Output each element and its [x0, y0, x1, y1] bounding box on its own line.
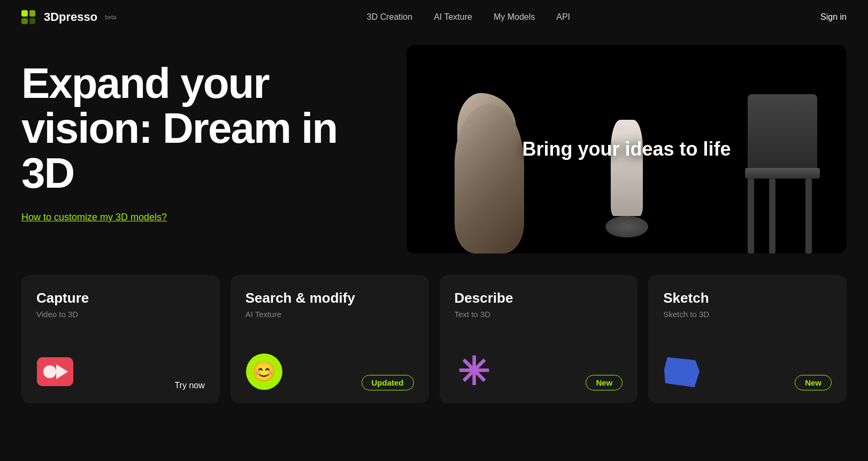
nav-my-models[interactable]: My Models [494, 12, 535, 22]
sketch-svg [663, 355, 701, 389]
card-search-subtitle: AI Texture [245, 310, 414, 319]
card-describe-title: Describe [455, 290, 623, 306]
cards-section: Capture Video to 3D Try now Search & mod… [0, 270, 868, 425]
camera-icon [36, 353, 74, 390]
describe-new-badge: New [586, 375, 623, 390]
nav-ai-texture[interactable]: AI Texture [434, 12, 472, 22]
nav-links: 3D Creation AI Texture My Models API [367, 12, 570, 22]
bust-body [455, 104, 524, 253]
asterisk-shape: ✳ [455, 352, 492, 391]
hero-section: Expand your vision: Dream in 3D How to c… [0, 34, 868, 270]
card-sketch-header: Sketch Sketch to 3D [663, 290, 832, 319]
card-search-header: Search & modify AI Texture [245, 290, 414, 319]
chair-leg-3 [805, 179, 812, 253]
brand-name: 3Dpresso [44, 10, 97, 24]
signin-button[interactable]: Sign in [820, 12, 847, 22]
logo-icon [21, 10, 35, 24]
chair-leg-2 [769, 179, 775, 253]
hero-title: Expand your vision: Dream in 3D [21, 61, 385, 196]
chair-seat [745, 168, 820, 179]
card-sketch-subtitle: Sketch to 3D [663, 310, 832, 319]
chair-leg-1 [748, 179, 754, 253]
card-describe-header: Describe Text to 3D [455, 290, 623, 319]
asterisk-icon: ✳ [455, 353, 492, 390]
card-capture-bottom: Try now [36, 353, 205, 390]
card-capture-header: Capture Video to 3D [36, 290, 205, 319]
card-sketch-title: Sketch [663, 290, 832, 306]
card-sketch-bottom: New [663, 353, 832, 390]
card-capture-title: Capture [36, 290, 205, 306]
statue-body [611, 120, 643, 216]
smiley-icon: 😊 [245, 353, 283, 390]
card-describe-bottom: ✳ New [455, 353, 623, 390]
card-capture-subtitle: Video to 3D [36, 310, 205, 319]
card-capture-action[interactable]: Try now [174, 381, 204, 390]
camera-shape [37, 357, 73, 386]
navbar: 3Dpresso beta 3D Creation AI Texture My … [0, 0, 868, 34]
card-sketch: Sketch Sketch to 3D New [648, 275, 847, 403]
statue-base [605, 216, 648, 237]
svg-marker-0 [664, 357, 700, 387]
nav-api[interactable]: API [556, 12, 570, 22]
hero-left: Expand your vision: Dream in 3D How to c… [21, 45, 385, 223]
card-capture: Capture Video to 3D Try now [21, 275, 220, 403]
chair-back [748, 94, 817, 169]
card-describe: Describe Text to 3D ✳ New [440, 275, 638, 403]
card-search-bottom: 😊 Updated [245, 353, 414, 390]
sketch-icon [663, 353, 701, 390]
logo-area[interactable]: 3Dpresso beta [21, 10, 117, 24]
smiley-shape: 😊 [246, 354, 282, 390]
card-search-modify: Search & modify AI Texture 😊 Updated [231, 275, 429, 403]
sketch-new-badge: New [795, 375, 832, 390]
card-search-title: Search & modify [245, 290, 414, 306]
brand-badge: beta [105, 14, 116, 20]
hero-overlay-text: Bring your ideas to life [522, 138, 731, 160]
updated-badge: Updated [362, 375, 414, 390]
statue-model [605, 120, 648, 237]
hero-media: Bring your ideas to life [406, 45, 847, 253]
hero-cta-link[interactable]: How to customize my 3D models? [21, 212, 385, 223]
card-describe-subtitle: Text to 3D [455, 310, 623, 319]
bust-model [449, 82, 546, 253]
chair-model [740, 93, 825, 253]
nav-3d-creation[interactable]: 3D Creation [367, 12, 412, 22]
